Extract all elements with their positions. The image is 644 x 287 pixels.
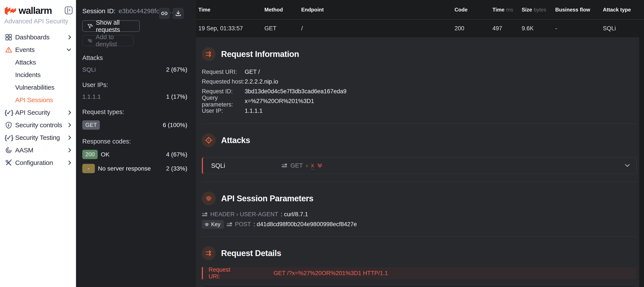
grid-icon	[5, 34, 12, 41]
sidebar-item-security-controls[interactable]: Security controls	[0, 119, 76, 131]
status-code-badge: -	[82, 164, 95, 173]
section-title: Request Information	[221, 49, 299, 59]
tools-icon	[5, 159, 12, 166]
status-code-count: 2 (33%)	[166, 165, 187, 172]
parameter-value: : curl/8.7.1	[281, 211, 308, 218]
attack-parameter[interactable]: x	[311, 162, 314, 169]
braces-check-icon: {✓}	[5, 109, 12, 116]
show-all-requests-label: Show all requests	[96, 19, 134, 33]
sidebar-item-api-sessions[interactable]: API Sessions	[0, 94, 76, 106]
filter-x-icon	[88, 23, 93, 29]
param-location-icon	[202, 212, 208, 217]
request-table-row[interactable]: 19 Sep, 01:33:57 GET / 200 497 9.6K - SQ…	[196, 19, 644, 37]
section-divider	[202, 237, 637, 237]
double-chevron-down-icon	[317, 163, 323, 168]
fingerprint-icon	[88, 38, 93, 44]
session-panel: Session ID: e3b0c44298fc1c1... Show all …	[76, 0, 196, 287]
download-icon	[175, 10, 182, 17]
attacks-section-header: Attacks	[202, 133, 637, 147]
section-divider	[202, 124, 637, 124]
kv-row: Query parameters: x=%27%20OR%201%3D1	[202, 96, 637, 106]
sidebar-item-label: Dashboards	[15, 33, 50, 41]
sidebar-item-security-testing[interactable]: {✓} Security Testing	[0, 131, 76, 144]
key-badge: Key	[202, 220, 224, 229]
sidebar-item-label: Attacks	[15, 59, 36, 66]
download-button[interactable]	[172, 8, 184, 19]
sidebar-item-incidents[interactable]: Incidents	[0, 69, 76, 81]
request-type-row: GET 6 (100%)	[82, 120, 187, 130]
chevron-right-icon	[68, 160, 71, 165]
param-location-icon	[226, 222, 232, 227]
col-size: Sizebytes	[522, 7, 555, 13]
chevron-down-icon	[625, 164, 630, 167]
session-id-label: Session ID:	[82, 7, 116, 15]
kv-row: Request URI: GET /	[202, 67, 637, 77]
user-ip-row: 1.1.1.1 1 (17%)	[82, 93, 187, 100]
cell-time-ms: 497	[492, 25, 522, 32]
show-all-requests-button[interactable]: Show all requests	[82, 20, 140, 32]
sidebar-item-configuration[interactable]: Configuration	[0, 156, 76, 169]
cell-attack-type: SQLi	[603, 25, 644, 32]
wallarm-app: wallarm Advanced API Security Dashboards	[0, 0, 644, 287]
sidebar-item-aasm[interactable]: AASM	[0, 144, 76, 156]
chevron-right-icon	[68, 110, 71, 115]
expand-attack-chevron[interactable]	[625, 164, 630, 167]
section-title: Attacks	[221, 136, 250, 145]
status-code-count: 4 (67%)	[166, 151, 187, 158]
request-detail-panel: Request Information Request URI: GET / R…	[196, 37, 639, 287]
sidebar-item-dashboards[interactable]: Dashboards	[0, 31, 76, 43]
kv-row: Requested host: 2.2.2.2.nip.io	[202, 77, 637, 87]
col-business-flow: Business flow	[555, 7, 603, 13]
copy-link-button[interactable]	[159, 8, 170, 19]
col-code: Code	[454, 7, 492, 13]
add-to-denylist-button[interactable]: Add to denylist	[82, 35, 134, 46]
requests-table-header: Time Method Endpoint Code Timems Sizebyt…	[196, 0, 644, 19]
request-headers-panel: Request Headers 12	[202, 285, 637, 287]
sidebar-item-events[interactable]: Events	[0, 43, 76, 56]
sidebar-item-label: Configuration	[15, 159, 53, 166]
warning-triangle-icon	[5, 46, 12, 53]
request-information-header: Request Information	[202, 47, 637, 61]
parameter-value: : d41d8cd98f00b204e9800998ecf8427e	[254, 221, 357, 228]
col-attack-type: Attack type	[603, 7, 644, 13]
sidebar-item-api-security[interactable]: {✓} API Security	[0, 106, 76, 119]
request-types-label: Request types:	[82, 108, 187, 116]
fingerprint-icon	[204, 222, 209, 227]
parameter-path: POST	[235, 221, 251, 228]
attack-detail-row[interactable]: SQLi GET › x	[202, 157, 637, 174]
sidebar-item-vulnerabilities[interactable]: Vulnerabilities	[0, 81, 76, 94]
wallarm-logo-icon	[4, 6, 16, 15]
chevron-right-icon	[68, 123, 71, 127]
brand-subtitle: Advanced API Security	[0, 18, 76, 25]
sidebar-collapse-button[interactable]	[65, 6, 72, 14]
cell-code: 200	[454, 25, 492, 32]
brand-name: wallarm	[18, 5, 52, 16]
request-arrows-icon	[202, 47, 216, 61]
api-session-parameters-header: API Session Parameters	[202, 192, 637, 205]
status-code-badge: 200	[82, 150, 98, 159]
sidebar-item-label: Events	[15, 46, 35, 53]
cell-size: 9.6K	[522, 25, 555, 32]
user-ip-count: 1 (17%)	[166, 93, 187, 100]
sidebar-item-label: Security controls	[15, 121, 62, 129]
attack-count: 2 (67%)	[166, 66, 187, 73]
cell-time: 19 Sep, 01:33:57	[198, 25, 264, 32]
section-title: Request Details	[221, 249, 281, 258]
add-to-denylist-label: Add to denylist	[96, 33, 128, 48]
request-uri-label: Request URI:	[208, 267, 235, 280]
sidebar-item-label: API Sessions	[15, 96, 53, 104]
chevron-down-icon	[66, 48, 71, 51]
sidebar-nav: Dashboards Events Attacks Incidents	[0, 31, 76, 169]
col-endpoint: Endpoint	[301, 7, 454, 13]
cell-method: GET	[264, 25, 301, 32]
user-ip: 1.1.1.1	[82, 93, 101, 100]
chevron-right-icon	[68, 135, 71, 140]
sidebar-item-attacks[interactable]: Attacks	[0, 56, 76, 69]
chevron-right-icon	[68, 35, 71, 40]
chevron-right-icon	[68, 148, 71, 153]
cell-endpoint: /	[301, 25, 454, 32]
request-headers-toggle[interactable]: Request Headers 12	[202, 285, 636, 287]
braces-check-icon: {✓}	[5, 134, 12, 141]
session-parameter-line: HEADER › USER-AGENT : curl/8.7.1	[202, 211, 637, 218]
section-divider	[202, 182, 637, 182]
